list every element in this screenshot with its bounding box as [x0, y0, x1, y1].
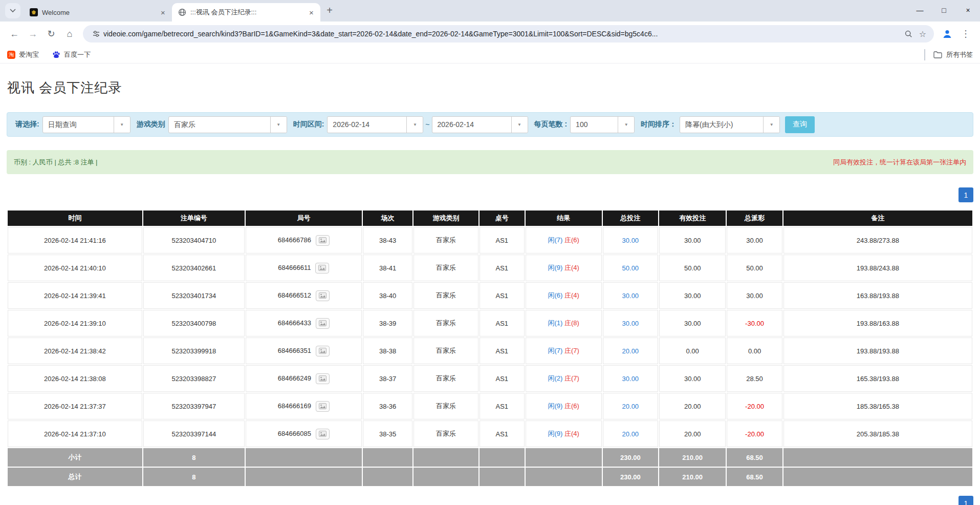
minimize-button[interactable]: —	[908, 0, 932, 20]
total-bet-link[interactable]: 30.00	[622, 375, 639, 383]
total-bet-link[interactable]: 50.00	[622, 264, 639, 272]
zoom-icon[interactable]	[901, 27, 916, 41]
tab-close-icon[interactable]: ×	[307, 8, 316, 17]
round-number: 684666786	[278, 236, 311, 243]
page-1-button[interactable]: 1	[959, 187, 973, 202]
cell-session: 38-37	[363, 365, 412, 392]
pagination-top: 1	[7, 187, 973, 202]
table-row: 2026-02-14 21:39:10523203400798684666433…	[8, 310, 972, 336]
address-bar[interactable]: videoie.com/game/betrecord_search/kind3?…	[83, 25, 934, 43]
bookmark-taobao[interactable]: 淘 爱淘宝	[7, 50, 39, 59]
home-button[interactable]: ⌂	[60, 25, 79, 43]
cell-game: 百家乐	[413, 365, 478, 392]
browser-menu-icon[interactable]: ⋮	[956, 25, 975, 43]
column-header: 结果	[526, 211, 602, 226]
back-button[interactable]: ←	[5, 25, 24, 43]
tab-welcome[interactable]: Welcome ×	[24, 3, 172, 22]
total-bet-link[interactable]: 20.00	[622, 430, 639, 438]
round-result-icon[interactable]	[316, 401, 330, 412]
new-tab-button[interactable]: +	[322, 3, 337, 17]
round-result-icon[interactable]	[316, 290, 330, 301]
bet-table-head: 时间注单编号局号场次游戏类别桌号结果总投注有效投注总派彩备注	[8, 211, 972, 226]
per-page-select[interactable]: 100 ▼	[570, 116, 635, 133]
cell-valid-bet: 30.00	[659, 310, 726, 336]
query-type-select[interactable]: 日期查询 ▼	[42, 116, 130, 133]
cell-total-bet[interactable]: 30.00	[603, 282, 658, 309]
url-text[interactable]: videoie.com/game/betrecord_search/kind3?…	[103, 30, 901, 38]
cell-total-bet[interactable]: 20.00	[603, 338, 658, 364]
round-result-icon[interactable]	[316, 235, 330, 246]
cell-time: 2026-02-14 21:39:10	[8, 310, 142, 336]
cell-total-bet[interactable]: 30.00	[603, 227, 658, 254]
cell-payout: -20.00	[727, 420, 782, 447]
chevron-down-icon[interactable]: ▼	[270, 117, 287, 133]
result-banker: 庄(7)	[564, 374, 579, 382]
bookmark-baidu[interactable]: 百度一下	[52, 50, 91, 59]
bookmarks-bar: 淘 爱淘宝 百度一下 所有书签	[0, 46, 980, 64]
cell-round: 684666249	[246, 365, 362, 392]
bookmark-star-icon[interactable]: ☆	[916, 27, 930, 41]
date-start-input[interactable]: 2026-02-14 ▼	[327, 116, 423, 133]
tab-close-icon[interactable]: ×	[158, 8, 168, 17]
date-end-input[interactable]: 2026-02-14 ▼	[432, 116, 528, 133]
round-result-icon[interactable]	[316, 318, 330, 329]
profile-avatar[interactable]	[938, 25, 956, 43]
game-kind-select[interactable]: 百家乐 ▼	[168, 116, 287, 133]
cell-note: 185.38/165.38	[783, 393, 972, 419]
tab-bet-record[interactable]: :::视讯 会员下注纪录::: ×	[172, 3, 320, 22]
site-settings-icon[interactable]	[89, 27, 103, 41]
cell-game: 百家乐	[413, 338, 478, 364]
chevron-down-icon[interactable]: ▼	[618, 117, 634, 133]
chevron-down-icon[interactable]: ▼	[406, 117, 423, 133]
round-result-icon[interactable]	[316, 429, 330, 439]
cell-valid-bet: 0.00	[659, 338, 726, 364]
reload-button[interactable]: ↻	[42, 25, 60, 43]
round-number: 684666169	[278, 402, 311, 409]
tab-title: Welcome	[42, 9, 154, 16]
cell-note: 193.88/243.88	[783, 255, 972, 281]
cell-round: 684666512	[246, 282, 362, 309]
cell-session: 38-35	[363, 420, 412, 447]
maximize-button[interactable]: □	[932, 0, 956, 20]
cell-bet-id: 523203404710	[143, 227, 245, 254]
result-player: 闲(7)	[548, 347, 562, 354]
cell-time: 2026-02-14 21:38:42	[8, 338, 142, 364]
cell-total-bet[interactable]: 50.00	[603, 255, 658, 281]
notice-text: 同局有效投注，统一计算在该局第一张注单内	[833, 158, 966, 167]
search-button[interactable]: 查询	[785, 116, 815, 133]
cell-total-bet[interactable]: 30.00	[603, 365, 658, 392]
cell-bet-id: 523203399918	[143, 338, 245, 364]
round-number: 684666433	[278, 319, 311, 326]
cell-time: 2026-02-14 21:40:10	[8, 255, 142, 281]
total-bet-link[interactable]: 20.00	[622, 347, 639, 355]
total-bet-link[interactable]: 30.00	[622, 320, 639, 327]
total-bet-link[interactable]: 20.00	[622, 403, 639, 410]
chevron-down-icon[interactable]: ▼	[511, 117, 528, 133]
cell-bet-id: 523203397144	[143, 420, 245, 447]
cell-note: 243.88/273.88	[783, 227, 972, 254]
sort-select[interactable]: 降幂(由大到小) ▼	[680, 116, 780, 133]
cell-total-bet[interactable]: 20.00	[603, 420, 658, 447]
all-bookmarks[interactable]: 所有书签	[924, 49, 973, 60]
round-result-icon[interactable]	[316, 346, 330, 356]
table-row: 2026-02-14 21:38:08523203398827684666249…	[8, 365, 972, 392]
round-result-icon[interactable]	[316, 373, 330, 384]
cell-payout: 30.00	[727, 227, 782, 254]
table-row: 2026-02-14 21:41:16523203404710684666786…	[8, 227, 972, 254]
close-button[interactable]: ×	[956, 0, 980, 20]
column-header: 有效投注	[659, 211, 726, 226]
cell-session: 38-41	[363, 255, 412, 281]
round-result-icon[interactable]	[315, 263, 329, 273]
page-1-button-bottom[interactable]: 1	[959, 496, 973, 505]
total-bet-link[interactable]: 30.00	[622, 292, 639, 300]
cell-total-bet[interactable]: 30.00	[603, 310, 658, 336]
tab-search-button[interactable]	[5, 3, 20, 18]
round-number: 684666249	[278, 374, 311, 382]
forward-button[interactable]: →	[24, 25, 42, 43]
summary-row: 小计8230.00210.0068.50	[8, 448, 972, 467]
cell-total-bet[interactable]: 20.00	[603, 393, 658, 419]
column-header: 游戏类别	[413, 211, 478, 226]
total-bet-link[interactable]: 30.00	[622, 237, 639, 244]
chevron-down-icon[interactable]: ▼	[114, 117, 130, 133]
chevron-down-icon[interactable]: ▼	[763, 117, 779, 133]
